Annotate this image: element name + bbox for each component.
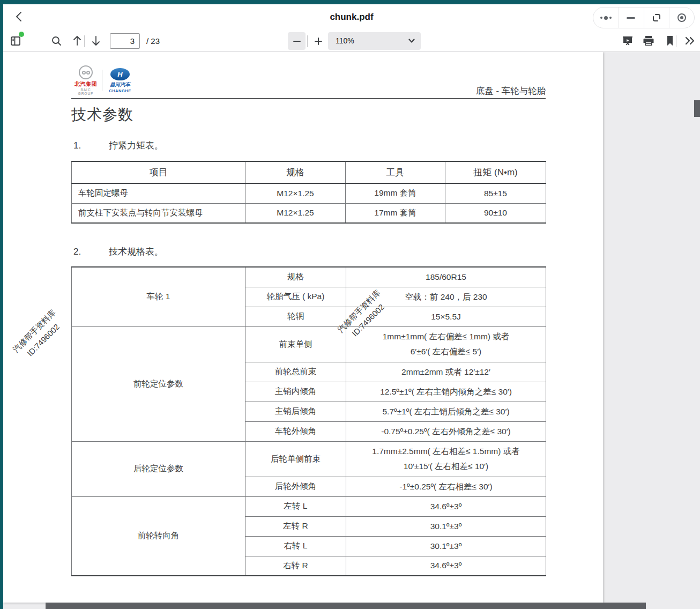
group-cell: 车轮 1 [72, 267, 245, 326]
body-cell: 19mm 套筒 [346, 183, 445, 203]
param-cell: 主销后倾角 [245, 402, 346, 421]
window-controls [593, 7, 695, 28]
value-cell: 12.5º±1º( 左右主销内倾角之差≤ 30′) [346, 382, 546, 402]
value-cell: 34.6º±3º [346, 556, 546, 576]
param-cell: 车轮外倾角 [245, 421, 346, 441]
zoom-in-button[interactable] [309, 32, 327, 50]
chapter-header: 底盘 - 车轮与轮胎 [476, 85, 546, 97]
next-page-button[interactable] [88, 33, 104, 49]
pdf-page: 北汽集团 BAIC GROUP H 昌河汽车 CHANGHE 底盘 - 车轮与轮… [3, 52, 603, 603]
header-cell: 扭矩 (N•m) [445, 161, 546, 183]
print-button[interactable] [641, 33, 657, 49]
value-cell: 185/60R15 [346, 267, 546, 287]
torque-table: 项目 规格 工具 扭矩 (N•m) 车轮固定螺母 M12×1.25 19mm 套… [71, 161, 546, 224]
minimize-button[interactable] [619, 8, 643, 28]
body-cell: M12×1.25 [245, 203, 346, 223]
param-cell: 前轮总前束 [245, 362, 346, 382]
previous-page-button[interactable] [69, 33, 85, 49]
header-cell: 规格 [245, 161, 346, 183]
zoom-level-value: 110% [336, 32, 354, 50]
baic-logo: 北汽集团 BAIC GROUP [73, 65, 98, 95]
value-cell: 5.7º±1º( 左右主销后倾角之差≤ 30′) [346, 402, 546, 421]
bookmark-icon [665, 35, 675, 47]
minimize-icon [627, 17, 635, 19]
changhe-emblem-icon: H [110, 68, 130, 80]
body-cell: 85±15 [445, 183, 546, 203]
baic-name-en: BAIC GROUP [73, 88, 98, 95]
page-number-input[interactable] [110, 33, 140, 49]
param-cell: 前束单侧 [245, 326, 346, 362]
page-title: 技术参数 [71, 105, 133, 125]
value-cell: 30.1º±3º [346, 516, 546, 536]
watermark: 汽修帮手资料库ID:7496002 [10, 307, 68, 365]
param-cell: 轮胎气压 ( kPa) [245, 287, 346, 307]
group-cell: 后轮定位参数 [72, 441, 245, 496]
body-cell: 90±10 [445, 203, 546, 223]
page-down-icon [91, 35, 101, 47]
vertical-scrollbar-thumb[interactable] [694, 100, 700, 117]
pdf-viewer-window: chunk.pdf [3, 4, 700, 609]
green-status-dot [19, 32, 24, 37]
param-cell: 轮辋 [245, 307, 346, 326]
baic-name-cn: 北汽集团 [73, 80, 98, 88]
value-cell: 1.7mm±2.5mm( 左右相差≤ 1.5mm) 或者10′±15′( 左右相… [346, 441, 546, 477]
divider [676, 35, 676, 47]
spec-table: 车轮 1 规格 185/60R15 轮胎气压 ( kPa) 空载：前 240，后… [71, 266, 546, 576]
table-row: 前轮转向角 左转 L 34.6º±3º [72, 496, 546, 516]
search-icon [51, 35, 62, 47]
zoom-out-button[interactable] [288, 32, 306, 50]
table-row: 前支柱下安装点与转向节安装螺母 M12×1.25 17mm 套筒 90±10 [72, 203, 546, 223]
more-options-button[interactable] [593, 8, 618, 28]
table-row: 后轮定位参数 后轮单侧前束 1.7mm±2.5mm( 左右相差≤ 1.5mm) … [72, 441, 546, 477]
more-tools-icon [684, 35, 696, 46]
presentation-button[interactable] [620, 33, 636, 49]
more-tools-button[interactable] [682, 33, 698, 49]
changhe-logo: H 昌河汽车 CHANGHE [106, 68, 134, 93]
zoom-out-icon [292, 36, 302, 46]
body-cell: 车轮固定螺母 [72, 183, 245, 203]
param-cell: 右转 L [245, 536, 346, 556]
header-rule [71, 98, 546, 99]
section-2-heading: 2.技术规格表。 [73, 246, 163, 258]
value-cell: 1mm±1mm( 左右偏差≤ 1mm) 或者6′±6′( 左右偏差≤ 5′) [346, 326, 546, 362]
presentation-icon [621, 34, 634, 47]
param-cell: 后轮单侧前束 [245, 441, 346, 477]
page-up-icon [72, 35, 83, 47]
restore-button[interactable] [644, 8, 669, 28]
logo-divider [102, 70, 102, 91]
baic-emblem-icon [79, 65, 93, 79]
document-area: 北汽集团 BAIC GROUP H 昌河汽车 CHANGHE 底盘 - 车轮与轮… [3, 52, 700, 609]
header-cell: 工具 [346, 161, 445, 183]
page-total-label: / 23 [146, 30, 160, 52]
header-logos: 北汽集团 BAIC GROUP H 昌河汽车 CHANGHE [73, 65, 134, 95]
value-cell: -0.75º±0.25º( 左右外倾角之差≤ 30′) [346, 421, 546, 441]
value-cell: 34.6º±3º [346, 496, 546, 516]
sidebar-toggle-button[interactable] [8, 33, 24, 49]
divider [307, 35, 308, 47]
group-cell: 前轮转向角 [72, 496, 245, 576]
value-cell: 空载：前 240，后 230 [346, 287, 546, 307]
pdf-toolbar: / 23 110% [3, 30, 700, 52]
restore-icon [651, 12, 662, 23]
section-1-heading: 1.拧紧力矩表。 [73, 139, 163, 152]
more-dots-icon [600, 16, 612, 20]
value-cell: 15×5.5J [346, 307, 546, 326]
value-cell: 2mm±2mm 或者 12′±12′ [346, 362, 546, 382]
table-row: 车轮 1 规格 185/60R15 [72, 267, 546, 287]
table-row: 车轮固定螺母 M12×1.25 19mm 套筒 85±15 [72, 183, 546, 203]
print-icon [642, 34, 655, 47]
dropdown-chevron-icon [408, 37, 415, 44]
param-cell: 左转 L [245, 496, 346, 516]
horizontal-scrollbar-thumb[interactable] [46, 603, 646, 609]
table-row: 前轮定位参数 前束单侧 1mm±1mm( 左右偏差≤ 1mm) 或者6′±6′(… [72, 326, 546, 362]
changhe-name-en: CHANGHE [106, 88, 134, 93]
body-cell: 17mm 套筒 [346, 203, 445, 223]
param-cell: 主销内倾角 [245, 382, 346, 402]
search-button[interactable] [48, 33, 64, 49]
target-icon [677, 13, 686, 22]
zoom-level-select[interactable]: 110% [328, 32, 421, 50]
titlebar: chunk.pdf [3, 4, 700, 30]
divider [84, 35, 85, 47]
header-cell: 项目 [72, 161, 245, 183]
target-button[interactable] [669, 8, 694, 28]
